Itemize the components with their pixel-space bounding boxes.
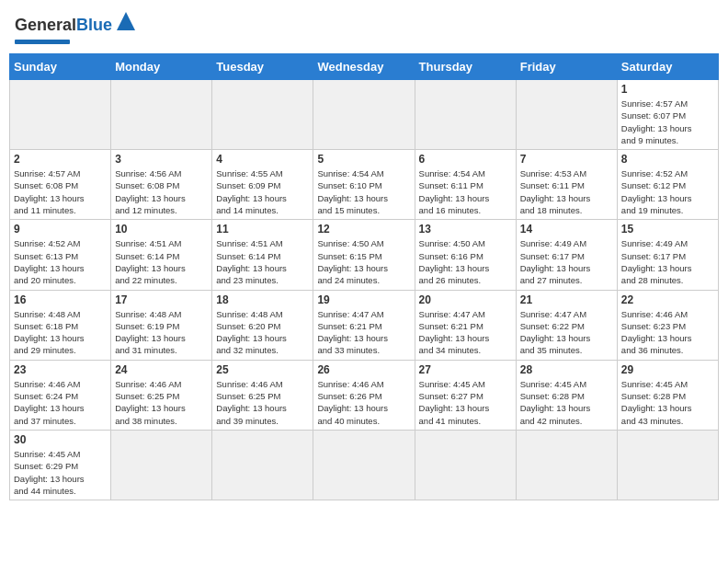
calendar-week-row: 1Sunrise: 4:57 AMSunset: 6:07 PMDaylight… xyxy=(10,80,719,150)
day-info: Sunrise: 4:45 AMSunset: 6:29 PMDaylight:… xyxy=(14,448,107,497)
day-info: Sunrise: 4:57 AMSunset: 6:08 PMDaylight:… xyxy=(14,167,107,216)
calendar-cell: 20Sunrise: 4:47 AMSunset: 6:21 PMDayligh… xyxy=(415,290,516,360)
calendar-table: SundayMondayTuesdayWednesdayThursdayFrid… xyxy=(9,53,719,500)
day-info: Sunrise: 4:47 AMSunset: 6:21 PMDaylight:… xyxy=(419,308,512,357)
day-info: Sunrise: 4:45 AMSunset: 6:27 PMDaylight:… xyxy=(419,378,512,427)
calendar-cell: 3Sunrise: 4:56 AMSunset: 6:08 PMDaylight… xyxy=(111,150,212,220)
day-info: Sunrise: 4:54 AMSunset: 6:11 PMDaylight:… xyxy=(419,167,512,216)
calendar-week-row: 2Sunrise: 4:57 AMSunset: 6:08 PMDaylight… xyxy=(10,150,719,220)
calendar-cell: 30Sunrise: 4:45 AMSunset: 6:29 PMDayligh… xyxy=(10,430,111,500)
day-number: 14 xyxy=(520,223,613,236)
day-info: Sunrise: 4:46 AMSunset: 6:23 PMDaylight:… xyxy=(621,308,714,357)
calendar-cell: 27Sunrise: 4:45 AMSunset: 6:27 PMDayligh… xyxy=(415,360,516,430)
header-friday: Friday xyxy=(516,54,617,80)
day-number: 20 xyxy=(419,293,512,306)
day-info: Sunrise: 4:52 AMSunset: 6:13 PMDaylight:… xyxy=(14,237,107,286)
calendar-cell: 12Sunrise: 4:50 AMSunset: 6:15 PMDayligh… xyxy=(313,220,415,290)
calendar-cell: 18Sunrise: 4:48 AMSunset: 6:20 PMDayligh… xyxy=(212,290,313,360)
calendar-cell: 8Sunrise: 4:52 AMSunset: 6:12 PMDaylight… xyxy=(617,150,718,220)
calendar-cell: 23Sunrise: 4:46 AMSunset: 6:24 PMDayligh… xyxy=(10,360,111,430)
calendar-week-row: 16Sunrise: 4:48 AMSunset: 6:18 PMDayligh… xyxy=(10,290,719,360)
day-number: 21 xyxy=(520,293,613,306)
calendar-cell: 9Sunrise: 4:52 AMSunset: 6:13 PMDaylight… xyxy=(10,220,111,290)
day-number: 17 xyxy=(115,293,208,306)
day-info: Sunrise: 4:45 AMSunset: 6:28 PMDaylight:… xyxy=(520,378,613,427)
day-info: Sunrise: 4:50 AMSunset: 6:15 PMDaylight:… xyxy=(317,237,410,286)
calendar-cell: 25Sunrise: 4:46 AMSunset: 6:25 PMDayligh… xyxy=(212,360,313,430)
day-info: Sunrise: 4:55 AMSunset: 6:09 PMDaylight:… xyxy=(216,167,309,216)
day-number: 22 xyxy=(621,293,714,306)
day-info: Sunrise: 4:51 AMSunset: 6:14 PMDaylight:… xyxy=(115,237,208,286)
day-number: 16 xyxy=(14,293,107,306)
day-info: Sunrise: 4:49 AMSunset: 6:17 PMDaylight:… xyxy=(621,237,714,286)
day-info: Sunrise: 4:54 AMSunset: 6:10 PMDaylight:… xyxy=(317,167,410,216)
calendar-cell: 29Sunrise: 4:45 AMSunset: 6:28 PMDayligh… xyxy=(617,360,718,430)
header-wednesday: Wednesday xyxy=(313,54,415,80)
day-number: 5 xyxy=(317,153,410,166)
logo: GeneralBlue xyxy=(15,13,136,44)
day-info: Sunrise: 4:48 AMSunset: 6:20 PMDaylight:… xyxy=(216,308,309,357)
day-number: 2 xyxy=(14,153,107,166)
calendar-week-row: 23Sunrise: 4:46 AMSunset: 6:24 PMDayligh… xyxy=(10,360,719,430)
header-thursday: Thursday xyxy=(415,54,516,80)
calendar-cell: 11Sunrise: 4:51 AMSunset: 6:14 PMDayligh… xyxy=(212,220,313,290)
day-number: 9 xyxy=(14,223,107,236)
day-info: Sunrise: 4:46 AMSunset: 6:25 PMDaylight:… xyxy=(216,378,309,427)
calendar-cell: 19Sunrise: 4:47 AMSunset: 6:21 PMDayligh… xyxy=(313,290,415,360)
calendar-cell: 21Sunrise: 4:47 AMSunset: 6:22 PMDayligh… xyxy=(516,290,617,360)
logo-icon xyxy=(116,11,136,31)
day-number: 6 xyxy=(419,153,512,166)
logo-blue-text: Blue xyxy=(76,16,112,34)
calendar-cell xyxy=(516,430,617,500)
day-info: Sunrise: 4:49 AMSunset: 6:17 PMDaylight:… xyxy=(520,237,613,286)
day-number: 28 xyxy=(520,363,613,376)
logo-text: GeneralBlue xyxy=(15,17,112,33)
svg-marker-0 xyxy=(117,12,135,30)
day-number: 1 xyxy=(621,83,714,96)
day-info: Sunrise: 4:51 AMSunset: 6:14 PMDaylight:… xyxy=(216,237,309,286)
calendar-cell: 22Sunrise: 4:46 AMSunset: 6:23 PMDayligh… xyxy=(617,290,718,360)
calendar-cell xyxy=(415,430,516,500)
calendar-cell: 28Sunrise: 4:45 AMSunset: 6:28 PMDayligh… xyxy=(516,360,617,430)
day-number: 3 xyxy=(115,153,208,166)
calendar-cell: 14Sunrise: 4:49 AMSunset: 6:17 PMDayligh… xyxy=(516,220,617,290)
header-saturday: Saturday xyxy=(617,54,718,80)
calendar-cell: 17Sunrise: 4:48 AMSunset: 6:19 PMDayligh… xyxy=(111,290,212,360)
day-info: Sunrise: 4:45 AMSunset: 6:28 PMDaylight:… xyxy=(621,378,714,427)
calendar-cell: 1Sunrise: 4:57 AMSunset: 6:07 PMDaylight… xyxy=(617,80,718,150)
day-number: 15 xyxy=(621,223,714,236)
day-info: Sunrise: 4:53 AMSunset: 6:11 PMDaylight:… xyxy=(520,167,613,216)
day-info: Sunrise: 4:50 AMSunset: 6:16 PMDaylight:… xyxy=(419,237,512,286)
calendar-cell: 6Sunrise: 4:54 AMSunset: 6:11 PMDaylight… xyxy=(415,150,516,220)
calendar-cell: 5Sunrise: 4:54 AMSunset: 6:10 PMDaylight… xyxy=(313,150,415,220)
calendar-cell xyxy=(516,80,617,150)
calendar-cell: 16Sunrise: 4:48 AMSunset: 6:18 PMDayligh… xyxy=(10,290,111,360)
day-number: 29 xyxy=(621,363,714,376)
calendar-cell xyxy=(111,80,212,150)
calendar-cell: 2Sunrise: 4:57 AMSunset: 6:08 PMDaylight… xyxy=(10,150,111,220)
day-info: Sunrise: 4:57 AMSunset: 6:07 PMDaylight:… xyxy=(621,98,714,146)
calendar-week-row: 30Sunrise: 4:45 AMSunset: 6:29 PMDayligh… xyxy=(10,430,719,500)
day-number: 4 xyxy=(216,153,309,166)
day-number: 18 xyxy=(216,293,309,306)
day-number: 12 xyxy=(317,223,410,236)
day-number: 27 xyxy=(419,363,512,376)
calendar-cell xyxy=(212,80,313,150)
logo-bar xyxy=(15,40,70,44)
day-info: Sunrise: 4:46 AMSunset: 6:26 PMDaylight:… xyxy=(317,378,410,427)
day-info: Sunrise: 4:48 AMSunset: 6:19 PMDaylight:… xyxy=(115,308,208,357)
day-number: 10 xyxy=(115,223,208,236)
day-number: 19 xyxy=(317,293,410,306)
calendar-cell: 26Sunrise: 4:46 AMSunset: 6:26 PMDayligh… xyxy=(313,360,415,430)
day-number: 30 xyxy=(14,433,107,446)
day-info: Sunrise: 4:46 AMSunset: 6:25 PMDaylight:… xyxy=(115,378,208,427)
calendar-cell xyxy=(313,80,415,150)
calendar-cell: 4Sunrise: 4:55 AMSunset: 6:09 PMDaylight… xyxy=(212,150,313,220)
day-info: Sunrise: 4:52 AMSunset: 6:12 PMDaylight:… xyxy=(621,167,714,216)
header-sunday: Sunday xyxy=(10,54,111,80)
calendar-header-row: SundayMondayTuesdayWednesdayThursdayFrid… xyxy=(10,54,719,80)
header-monday: Monday xyxy=(111,54,212,80)
calendar-cell: 24Sunrise: 4:46 AMSunset: 6:25 PMDayligh… xyxy=(111,360,212,430)
calendar-cell xyxy=(111,430,212,500)
day-info: Sunrise: 4:56 AMSunset: 6:08 PMDaylight:… xyxy=(115,167,208,216)
